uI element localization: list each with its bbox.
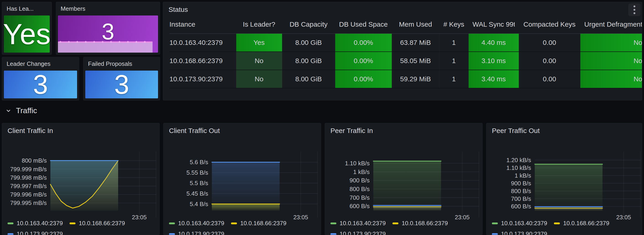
- legend-item[interactable]: 10.0.173.90:2379: [330, 231, 386, 235]
- y-axis-tick-label: 799.995 mB/s: [2, 200, 47, 207]
- legend-item[interactable]: 10.0.173.90:2379: [169, 231, 224, 235]
- column-header[interactable]: # Keys: [439, 15, 468, 33]
- legend-series-swatch: [231, 223, 237, 224]
- column-header[interactable]: DB Capacity: [282, 15, 335, 33]
- legend-item[interactable]: 10.0.163.40:2379: [8, 220, 63, 227]
- panel-title: Client Traffic Out: [164, 123, 321, 136]
- chart-body: 5.6 B/s5.55 B/s5.5 B/s5.45 B/s5.4 B/s23:…: [164, 136, 321, 235]
- chart-legend: 10.0.163.40:237910.0.168.66:237910.0.173…: [8, 220, 158, 235]
- table-cell: 1: [439, 52, 468, 70]
- y-axis-tick-label: 700 B/s: [325, 194, 370, 201]
- column-header[interactable]: WAL Sync 99th: [468, 15, 519, 33]
- table-cell: 10.0.163.40:2379: [170, 33, 236, 52]
- legend-item[interactable]: 10.0.168.66:2379: [231, 220, 286, 227]
- y-axis-tick-label: 1.20 kB/s: [486, 157, 531, 164]
- table-cell: 1: [439, 33, 468, 52]
- legend-item[interactable]: 10.0.173.90:2379: [492, 231, 547, 235]
- legend-series-swatch: [330, 233, 336, 235]
- table-cell: Yes: [236, 33, 282, 52]
- legend-series-label: 10.0.173.90:2379: [17, 231, 63, 235]
- y-axis-tick-label: 799.999 mB/s: [2, 166, 47, 173]
- y-axis-tick-label: 5.45 B/s: [164, 190, 208, 197]
- panel-title: Client Traffic In: [2, 123, 160, 136]
- legend-item[interactable]: 10.0.163.40:2379: [169, 220, 224, 227]
- legend-series-label: 10.0.168.66:2379: [563, 220, 609, 227]
- y-axis-tick-label: 600 B/s: [325, 203, 370, 210]
- table-row: 10.0.173.90:2379No8.00 GiB0.00%59.29 MiB…: [170, 70, 642, 88]
- status-table: InstanceIs Leader?DB CapacityDB Used Spa…: [170, 15, 642, 88]
- legend-series-swatch: [492, 233, 498, 235]
- kebab-dot: [634, 12, 635, 14]
- column-header[interactable]: Is Leader?: [236, 15, 282, 33]
- table-cell: 0.00: [519, 33, 580, 52]
- y-axis-tick-label: 900 B/s: [325, 177, 370, 184]
- panel-title: Has Lea...: [2, 2, 52, 14]
- chevron-down-icon[interactable]: [5, 107, 12, 114]
- stat-value: 3: [114, 71, 129, 98]
- column-header[interactable]: Urgent Defragmented: [580, 15, 642, 33]
- table-cell: 0.00%: [335, 70, 392, 88]
- column-header[interactable]: Compacted Keys: [519, 15, 580, 33]
- stat-background: 3: [58, 15, 158, 53]
- table-cell: 0.00%: [335, 33, 392, 52]
- legend-item[interactable]: 10.0.168.66:2379: [70, 220, 125, 227]
- table-cell: 3.40 ms: [468, 70, 519, 88]
- panel-menu-button[interactable]: [628, 3, 640, 16]
- panel-members: Members 3: [56, 2, 160, 55]
- panel-leader-changes: Leader Changes 3: [2, 57, 79, 100]
- panel-client-traffic-in: Client Traffic In 800 mB/s799.999 mB/s79…: [2, 123, 160, 235]
- legend-item[interactable]: 10.0.168.66:2379: [554, 220, 609, 227]
- chart-body: 800 mB/s799.999 mB/s799.998 mB/s799.997 …: [2, 136, 160, 235]
- section-traffic-header[interactable]: Traffic: [5, 106, 37, 115]
- table-cell: 0.00: [519, 52, 580, 70]
- y-axis-tick-label: 1.10 kB/s: [325, 160, 370, 167]
- chart-canvas: [373, 156, 479, 211]
- y-axis-tick-label: 799.998 mB/s: [2, 174, 47, 181]
- column-header[interactable]: Instance: [170, 15, 236, 33]
- status-table-body: 10.0.163.40:2379Yes8.00 GiB0.00%63.87 Mi…: [170, 33, 642, 88]
- legend-series-label: 10.0.168.66:2379: [240, 220, 286, 227]
- legend-item[interactable]: 10.0.168.66:2379: [392, 220, 448, 227]
- panel-title: Leader Changes: [2, 57, 79, 69]
- panel-title: Failed Proposals: [84, 57, 160, 69]
- legend-item[interactable]: 10.0.163.40:2379: [492, 220, 547, 227]
- y-axis-tick-label: 700 B/s: [486, 195, 531, 203]
- table-cell: 10.0.173.90:2379: [170, 70, 236, 88]
- legend-series-label: 10.0.168.66:2379: [402, 220, 448, 227]
- legend-series-swatch: [8, 233, 14, 235]
- chart-legend: 10.0.163.40:237910.0.168.66:237910.0.173…: [169, 220, 319, 235]
- panel-title: Peer Traffic Out: [486, 123, 642, 136]
- legend-series-label: 10.0.168.66:2379: [79, 220, 125, 227]
- legend-series-label: 10.0.163.40:2379: [501, 220, 547, 227]
- table-row: 10.0.168.66:2379No8.00 GiB0.00%58.05 MiB…: [170, 52, 642, 70]
- panel-title: Status: [163, 2, 642, 15]
- legend-series-swatch: [392, 223, 398, 224]
- table-cell: 8.00 GiB: [282, 33, 335, 52]
- column-header[interactable]: Mem Used: [392, 15, 439, 33]
- legend-item[interactable]: 10.0.163.40:2379: [330, 220, 386, 227]
- panel-peer-traffic-out: Peer Traffic Out 1.20 kB/s1.10 kB/s1 kB/…: [486, 123, 642, 235]
- panel-failed-proposals: Failed Proposals 3: [83, 57, 160, 100]
- kebab-dot: [634, 9, 635, 11]
- table-cell: 1: [439, 70, 468, 88]
- legend-item[interactable]: 10.0.173.90:2379: [8, 231, 63, 235]
- column-header[interactable]: DB Used Space: [335, 15, 392, 33]
- legend-series-swatch: [70, 223, 76, 224]
- table-cell: 0.00%: [335, 52, 392, 70]
- table-cell: No: [580, 52, 642, 70]
- table-cell: 10.0.168.66:2379: [170, 52, 236, 70]
- y-axis-tick-label: 799.997 mB/s: [2, 183, 47, 190]
- stat-value: 3: [33, 71, 48, 98]
- table-cell: 58.05 MiB: [392, 52, 439, 70]
- y-axis-tick-label: 5.4 B/s: [164, 201, 208, 208]
- panel-client-traffic-out: Client Traffic Out 5.6 B/s5.55 B/s5.5 B/…: [163, 123, 321, 235]
- legend-series-swatch: [169, 233, 175, 235]
- section-title: Traffic: [16, 106, 37, 115]
- table-cell: 4.40 ms: [468, 33, 519, 52]
- legend-series-label: 10.0.163.40:2379: [178, 220, 224, 227]
- y-axis-tick-label: 600 B/s: [486, 203, 531, 210]
- y-axis-tick-label: 1 kB/s: [486, 172, 531, 179]
- chart-legend: 10.0.163.40:237910.0.168.66:237910.0.173…: [330, 220, 480, 235]
- panel-title: Peer Traffic In: [325, 123, 482, 136]
- stat-background: 3: [4, 71, 77, 98]
